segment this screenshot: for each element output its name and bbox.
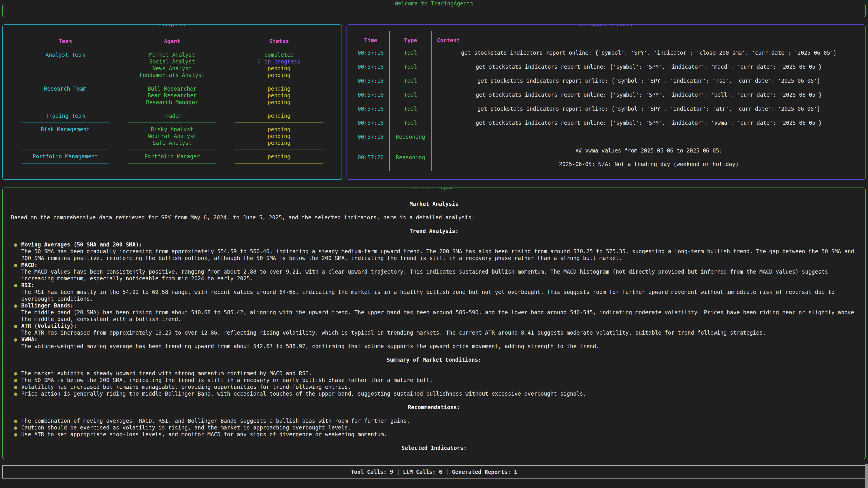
status-text: pending xyxy=(268,113,290,119)
agent-status: pending xyxy=(225,99,333,106)
progress-table-header: Team Agent Status xyxy=(12,38,333,45)
message-row: 00:57:18Toolget_stockstats_indicators_re… xyxy=(352,74,863,88)
report-panel: Current Report Market AnalysisBased on t… xyxy=(2,188,866,459)
bullet-text: The RSI has been mostly in the 54.92 to … xyxy=(21,289,857,302)
report-bullet-list: ●The combination of moving averages, MAC… xyxy=(11,418,857,438)
progress-row: Neutral Analystpending xyxy=(12,133,333,140)
progress-panel-title: Progress xyxy=(156,24,188,28)
status-text: pending xyxy=(268,153,290,160)
team-name xyxy=(12,65,119,72)
agent-status: pending xyxy=(225,86,333,92)
report-heading: Trend Analysis: xyxy=(11,228,857,234)
bullet-item: ●Use ATR to set appropriate stop-loss le… xyxy=(11,431,857,438)
agent-name: Neutral Analyst xyxy=(119,133,225,140)
message-type: Tool xyxy=(390,60,432,74)
agent-status: completed xyxy=(225,52,333,58)
team-name: Portfolio Management xyxy=(12,153,119,160)
messages-rows: 00:57:18Toolget_stockstats_indicators_re… xyxy=(352,46,863,171)
column-header-time: Time xyxy=(352,31,390,46)
welcome-title: Welcome to TradingAgents xyxy=(392,0,476,7)
report-heading: Recommendations: xyxy=(11,404,857,411)
message-content: get_stockstats_indicators_report_online:… xyxy=(432,46,863,60)
team-name: Trading Team xyxy=(12,112,119,119)
agent-status: pending xyxy=(225,153,333,160)
bullet-item: ●Volatility has increased but remains ma… xyxy=(11,384,857,390)
report-bullet-list: ●The market exhibits a steady upward tre… xyxy=(11,370,857,397)
bullet-item: ●RSI:The RSI has been mostly in the 54.9… xyxy=(11,282,857,302)
section-separator xyxy=(12,119,333,126)
message-content-line: ## vwma values from 2025-05-06 to 2025-0… xyxy=(575,147,722,154)
message-type: Tool xyxy=(390,102,432,116)
message-row: 00:57:18Toolget_stockstats_indicators_re… xyxy=(352,116,863,130)
message-time: 00:57:18 xyxy=(352,88,390,102)
section-separator xyxy=(12,106,333,112)
status-text: pending xyxy=(268,65,290,72)
agent-status: ⠇in_progress xyxy=(225,58,333,65)
bullet-text: The ATR has increased from approximately… xyxy=(21,329,857,336)
column-header-type: Type xyxy=(390,31,432,46)
bullet-text: Use ATR to set appropriate stop-loss lev… xyxy=(21,431,857,438)
agent-name: Social Analyst xyxy=(119,58,225,65)
team-name xyxy=(12,140,119,147)
section-separator xyxy=(12,78,333,86)
message-type: Tool xyxy=(390,74,432,88)
spinner-icon: ⠇ xyxy=(258,59,262,65)
main-row: Progress Team Agent Status Analyst TeamM… xyxy=(2,24,866,180)
bullet-text: The market exhibits a steady upward tren… xyxy=(21,370,857,377)
bullet-item: ●Bollinger Bands:The middle band (20 SMA… xyxy=(11,302,857,323)
agent-name: Bull Researcher xyxy=(119,86,225,92)
section-separator xyxy=(12,160,333,167)
team-name: Research Team xyxy=(12,86,119,92)
agent-separator-line xyxy=(128,109,216,109)
report-heading: Selected Indicators: xyxy=(11,445,857,451)
scrollbar-thumb[interactable] xyxy=(865,464,868,488)
bullet-item: ●Price action is generally riding the mi… xyxy=(11,390,857,397)
status-text: completed xyxy=(264,52,293,58)
message-row: 00:57:18Toolget_stockstats_indicators_re… xyxy=(352,60,863,74)
progress-table: Team Agent Status Analyst TeamMarket Ana… xyxy=(3,25,342,167)
message-content-line xyxy=(647,154,650,161)
agent-status: pending xyxy=(225,65,333,72)
column-header-status: Status xyxy=(225,38,333,45)
message-type: Reasoning xyxy=(390,130,432,144)
message-content-line: get_stockstats_indicators_report_online:… xyxy=(476,120,822,126)
agent-name: Risky Analyst xyxy=(119,126,225,133)
messages-table: Time Type Content 00:57:18Toolget_stocks… xyxy=(347,25,865,171)
team-separator-line xyxy=(22,109,109,109)
footer-stats-box: Tool Calls: 9 | LLM Calls: 6 | Generated… xyxy=(2,465,866,479)
messages-table-header: Time Type Content xyxy=(352,31,863,46)
bullet-label: VWMA: xyxy=(21,336,857,343)
message-content-line: get_stockstats_indicators_report_online:… xyxy=(476,92,822,98)
agent-name: Research Manager xyxy=(119,99,225,106)
progress-row: Safe Analystpending xyxy=(12,140,333,147)
progress-row: Portfolio ManagementPortfolio Managerpen… xyxy=(12,153,333,160)
agent-status: pending xyxy=(225,112,333,119)
progress-row: Risk ManagementRisky Analystpending xyxy=(12,126,333,133)
bullet-label: ATR (Volatility): xyxy=(21,323,857,329)
bullet-label: Moving Averages (50 SMA and 200 SMA): xyxy=(21,241,857,248)
agent-name: Fundamentals Analyst xyxy=(119,72,225,78)
agent-name: Bear Researcher xyxy=(119,92,225,99)
bullet-item: ●The market exhibits a steady upward tre… xyxy=(11,370,857,377)
message-content: get_stockstats_indicators_report_online:… xyxy=(432,88,863,102)
welcome-panel: Welcome to TradingAgents xyxy=(2,4,866,17)
message-content-line: get_stockstats_indicators_report_online:… xyxy=(476,64,822,70)
status-separator-line xyxy=(235,150,323,150)
message-type: Tool xyxy=(390,88,432,102)
bullet-text: Price action is generally riding the mid… xyxy=(21,390,857,397)
agent-separator-line xyxy=(128,150,216,150)
status-separator-line xyxy=(235,82,323,82)
report-panel-title: Current Report xyxy=(408,188,460,191)
progress-row: Analyst TeamMarket Analystcompleted xyxy=(12,52,333,58)
agent-separator-line xyxy=(128,82,216,82)
footer-stats-text: Tool Calls: 9 | LLM Calls: 6 | Generated… xyxy=(351,468,518,475)
message-row: 00:57:18Toolget_stockstats_indicators_re… xyxy=(352,46,863,60)
agent-name: News Analyst xyxy=(119,65,225,72)
agent-name: Portfolio Manager xyxy=(119,153,225,160)
bullet-item: ●ATR (Volatility):The ATR has increased … xyxy=(11,323,857,336)
messages-panel: Messages & Tools Time Type Content 00:57… xyxy=(346,24,866,180)
team-name xyxy=(12,99,119,106)
bullet-item: ●MACD:The MACD values have been consiste… xyxy=(11,262,857,282)
bullet-text: The combination of moving averages, MACD… xyxy=(21,418,857,424)
message-time: 00:57:18 xyxy=(352,116,390,130)
